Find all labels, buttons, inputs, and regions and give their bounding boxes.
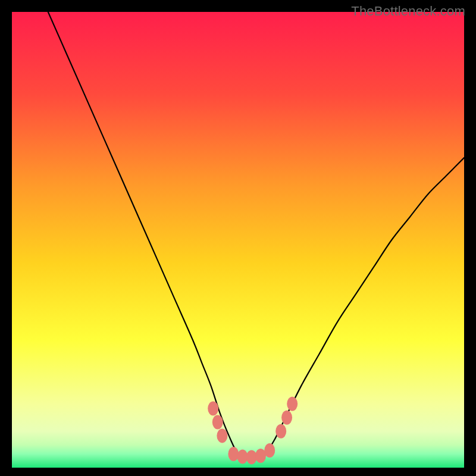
marker-dot xyxy=(246,450,257,464)
watermark-text: TheBottleneck.com xyxy=(351,4,465,19)
marker-dot xyxy=(287,397,298,411)
chart-frame: TheBottleneck.com xyxy=(0,0,476,476)
marker-dot xyxy=(212,415,223,429)
plot-area xyxy=(12,12,464,468)
marker-dot xyxy=(264,443,275,458)
marker-dot xyxy=(275,424,286,439)
marker-dot xyxy=(228,447,239,461)
marker-dot xyxy=(208,401,218,415)
chart-svg xyxy=(12,12,464,468)
gradient-background xyxy=(12,12,464,468)
marker-dot xyxy=(281,411,292,425)
marker-dot xyxy=(217,428,227,443)
